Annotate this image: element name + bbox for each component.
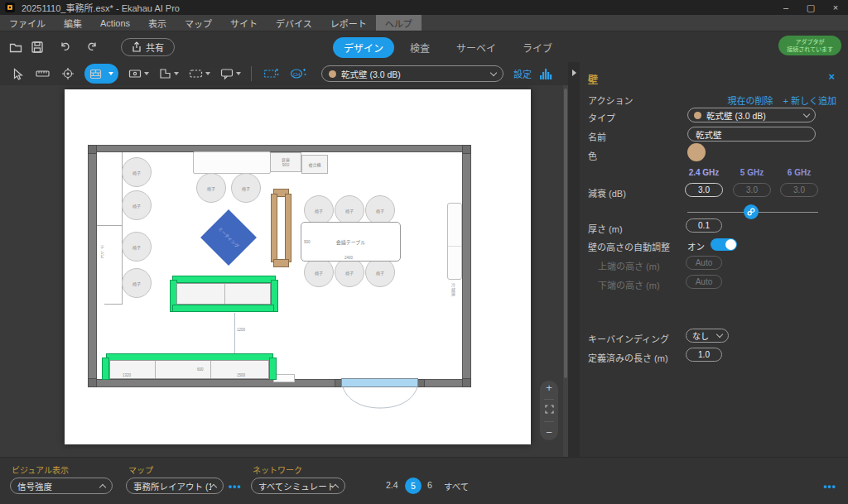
chair[interactable]: 椅子 [122, 157, 152, 187]
delete-current-link[interactable]: 現在の削除 [728, 94, 773, 107]
menu-devices[interactable]: デバイス [267, 15, 321, 31]
wall-left[interactable] [88, 145, 97, 387]
zoom-in-button[interactable]: + [546, 383, 552, 393]
ap-placement-tool[interactable] [61, 67, 75, 80]
zoom-out-button[interactable]: − [546, 428, 552, 438]
bottom-height-input[interactable]: Auto [686, 275, 722, 289]
panel-close-icon[interactable]: × [828, 70, 835, 83]
attenuation-object-tool[interactable] [128, 68, 149, 79]
chair[interactable]: 椅子 [122, 232, 152, 262]
printer-box[interactable]: 複合機 [301, 155, 328, 174]
add-new-link[interactable]: + 新しく追加 [783, 94, 836, 107]
open-file-button[interactable] [5, 37, 26, 57]
selected-wall-segment[interactable] [269, 358, 277, 380]
whiteboard[interactable] [193, 151, 271, 174]
wall-tool-active[interactable] [84, 64, 118, 84]
maximize-button[interactable]: ▢ [798, 0, 823, 15]
band-header-6[interactable]: 6 GHz [774, 168, 824, 177]
selected-wall-segment[interactable] [102, 358, 109, 380]
chair[interactable]: 椅子 [335, 257, 364, 287]
chair[interactable]: 椅子 [335, 195, 364, 225]
menu-actions[interactable]: Actions [91, 15, 139, 31]
thickness-input[interactable]: 0.1 [686, 218, 722, 233]
chair[interactable]: 椅子 [304, 257, 334, 287]
note-tool[interactable] [220, 68, 241, 80]
tab-survey[interactable]: サーベイ [446, 37, 507, 58]
wall-bottom-left[interactable] [88, 379, 341, 387]
wall-right[interactable] [462, 145, 471, 387]
chair[interactable]: 椅子 [122, 190, 152, 220]
chair[interactable]: 椅子 [304, 195, 334, 225]
selected-wall-segment[interactable] [172, 276, 276, 283]
collapse-panel-icon[interactable] [572, 70, 576, 76]
wall-top[interactable] [88, 145, 471, 152]
chair[interactable]: 椅子 [196, 173, 226, 203]
zone-tool[interactable] [189, 68, 210, 79]
floorplan-page[interactable]: テレビ 倉庫 900 複合機 椅子 椅子 椅子 椅子 椅子 椅子 椅子 椅子 [65, 89, 531, 444]
auto-height-toggle[interactable] [711, 238, 737, 251]
selected-wall-segment[interactable] [172, 305, 274, 312]
auto-channel-ai-tool[interactable]: CH [290, 67, 308, 80]
link-bands-knob[interactable] [744, 204, 759, 219]
top-height-input[interactable]: Auto [686, 256, 722, 270]
tab-inspect[interactable]: 検査 [399, 37, 441, 58]
attenuation-24-input[interactable]: 3.0 [685, 183, 723, 197]
panel-divider[interactable] [568, 62, 580, 457]
minimize-button[interactable]: – [773, 0, 798, 15]
band-all-button[interactable]: すべて [444, 480, 469, 492]
select-tool[interactable] [12, 68, 24, 80]
wall-type-select[interactable]: 乾式壁 (3.0 dB) [687, 108, 816, 122]
color-swatch[interactable] [687, 143, 706, 161]
chair[interactable]: 椅子 [231, 173, 261, 203]
band-5-button[interactable]: 5 [405, 478, 422, 494]
save-button[interactable] [26, 37, 48, 57]
attenuation-5-input[interactable]: 3.0 [733, 183, 771, 197]
partition-line[interactable] [104, 304, 123, 305]
band-24-button[interactable]: 2.4 [386, 480, 398, 490]
menu-report[interactable]: レポート [321, 15, 376, 31]
redo-button[interactable] [81, 37, 103, 57]
menu-view[interactable]: 表示 [139, 15, 176, 31]
desk-surface[interactable] [109, 360, 269, 379]
bookshelf[interactable] [271, 189, 292, 267]
vertical-scrollbar[interactable] [563, 85, 568, 457]
keybinding-select[interactable]: なし [686, 329, 729, 343]
chair[interactable]: 椅子 [122, 268, 152, 298]
conference-table[interactable]: 会議テーブル 900 2400 [301, 222, 401, 262]
band-header-24[interactable]: 2.4 GHz [679, 168, 729, 177]
tab-design[interactable]: デザイン [333, 37, 394, 58]
menu-help[interactable]: ヘルプ [376, 15, 422, 31]
band-header-5[interactable]: 5 GHz [727, 168, 777, 177]
histogram-icon[interactable] [539, 68, 552, 79]
menu-map[interactable]: マップ [176, 15, 221, 31]
storage-box[interactable]: 倉庫 900 [270, 152, 301, 172]
undo-button[interactable] [55, 37, 76, 57]
menu-edit[interactable]: 編集 [55, 15, 91, 31]
partition-line[interactable] [122, 152, 123, 225]
map-canvas[interactable]: テレビ 倉庫 900 複合機 椅子 椅子 椅子 椅子 椅子 椅子 椅子 椅子 [0, 85, 568, 457]
auto-wall-ai-tool[interactable] [263, 67, 280, 80]
menu-site[interactable]: サイト [221, 15, 267, 31]
desk-surface[interactable] [176, 283, 271, 305]
measure-tool[interactable] [36, 68, 50, 79]
zoom-fit-button[interactable] [545, 405, 554, 415]
network-select[interactable]: すべてシミュレート... [251, 478, 345, 494]
predefined-length-input[interactable]: 1.0 [686, 348, 722, 362]
map-select[interactable]: 事務所レイアウト (1)_1 [126, 478, 224, 494]
visualization-select[interactable]: 信号強度 [10, 478, 113, 494]
bottom-more-button[interactable]: ••• [823, 481, 836, 492]
area-tool[interactable] [159, 68, 179, 79]
settings-link[interactable]: 設定 [513, 67, 532, 80]
close-button[interactable]: × [823, 0, 848, 15]
partition-line[interactable] [122, 225, 123, 304]
chair[interactable]: 椅子 [365, 195, 395, 225]
map-more-button[interactable]: ••• [229, 481, 242, 492]
menu-file[interactable]: ファイル [0, 15, 55, 31]
share-button[interactable]: 共有 [121, 38, 175, 56]
tab-live[interactable]: ライブ [512, 37, 563, 58]
band-6-button[interactable]: 6 [427, 480, 432, 490]
chair[interactable]: 椅子 [365, 257, 395, 287]
wall-type-dropdown[interactable]: 乾式壁 (3.0 dB) [321, 65, 504, 82]
wall-name-input[interactable] [687, 127, 816, 142]
attenuation-6-input[interactable]: 3.0 [780, 183, 818, 197]
